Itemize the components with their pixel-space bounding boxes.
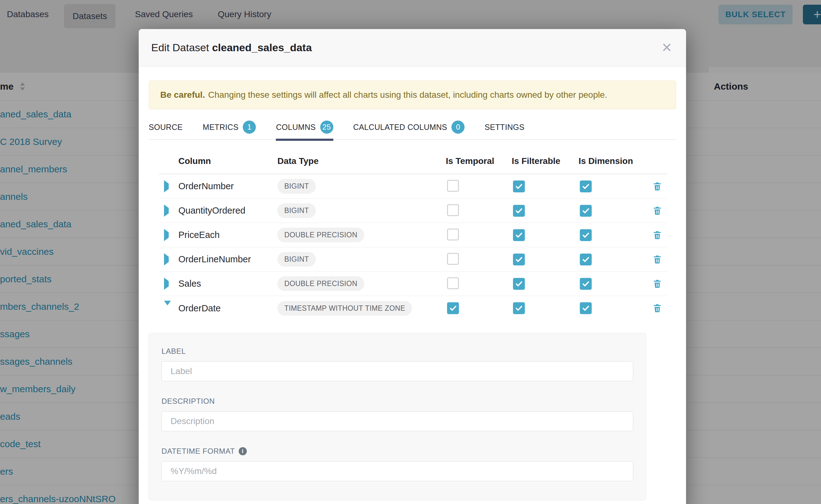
- tab-settings[interactable]: SETTINGS: [485, 115, 524, 140]
- data-type-pill: TIMESTAMP WITHOUT TIME ZONE: [277, 301, 412, 316]
- tab-count-badge: 25: [320, 121, 333, 134]
- modal-title-prefix: Edit Dataset: [151, 42, 209, 53]
- trash-icon[interactable]: [652, 254, 663, 265]
- is-temporal-header: Is Temporal: [446, 156, 512, 166]
- is-filterable-checkbox[interactable]: [513, 205, 525, 217]
- tab-label: SETTINGS: [485, 123, 524, 132]
- is-filterable-checkbox[interactable]: [513, 180, 525, 192]
- trash-icon[interactable]: [652, 230, 663, 240]
- close-icon[interactable]: ✕: [661, 41, 672, 54]
- columns-table: Column Data Type Is Temporal Is Filterab…: [159, 140, 667, 320]
- is-dimension-checkbox[interactable]: [580, 302, 592, 314]
- label-input[interactable]: [161, 361, 633, 381]
- trash-icon[interactable]: [652, 279, 663, 289]
- column-row: OrderDateTIMESTAMP WITHOUT TIME ZONE: [159, 296, 667, 320]
- is-filterable-header: Is Filterable: [512, 156, 579, 166]
- datetime-format-input[interactable]: [161, 461, 633, 481]
- column-name: Sales: [178, 279, 277, 289]
- description-input[interactable]: [161, 411, 633, 431]
- column-row: QuantityOrderedBIGINT: [159, 199, 667, 223]
- is-temporal-checkbox[interactable]: [447, 302, 459, 314]
- column-name: PriceEach: [178, 230, 277, 240]
- columns-table-rows: OrderNumberBIGINTQuantityOrderedBIGINTPr…: [159, 174, 667, 320]
- is-filterable-checkbox[interactable]: [513, 278, 525, 290]
- data-type-pill: BIGINT: [277, 252, 316, 267]
- column-name: OrderLineNumber: [178, 254, 277, 264]
- is-dimension-checkbox[interactable]: [580, 254, 592, 265]
- tab-label: COLUMNS: [276, 123, 315, 132]
- is-temporal-checkbox[interactable]: [447, 204, 459, 216]
- caret-right-icon[interactable]: [164, 278, 169, 290]
- is-temporal-checkbox[interactable]: [447, 277, 459, 289]
- caret-down-icon[interactable]: [164, 301, 171, 311]
- modal-title-dataset-name: cleaned_sales_data: [212, 42, 312, 53]
- label-field-label: LABEL: [161, 347, 633, 356]
- column-header: Column: [178, 156, 277, 166]
- modal-header: Edit Dataset cleaned_sales_data ✕: [139, 29, 686, 67]
- is-dimension-checkbox[interactable]: [580, 229, 592, 241]
- data-type-pill: BIGINT: [277, 203, 316, 218]
- column-row: PriceEachDOUBLE PRECISION: [159, 223, 667, 247]
- datetime-format-label-text: DATETIME FORMAT: [161, 447, 235, 456]
- caret-right-icon[interactable]: [164, 205, 169, 217]
- is-temporal-checkbox[interactable]: [447, 180, 459, 192]
- label-field-label-text: LABEL: [161, 347, 186, 356]
- description-field-label-text: DESCRIPTION: [161, 397, 215, 406]
- trash-icon[interactable]: [652, 181, 663, 192]
- is-dimension-checkbox[interactable]: [580, 278, 592, 290]
- tab-columns[interactable]: COLUMNS25: [276, 115, 333, 140]
- column-row: OrderLineNumberBIGINT: [159, 247, 667, 272]
- is-dimension-checkbox[interactable]: [580, 205, 592, 217]
- tab-count-badge: 0: [452, 121, 465, 134]
- data-type-pill: BIGINT: [277, 179, 316, 194]
- warning-banner: Be careful. Changing these settings will…: [149, 81, 676, 109]
- data-type-pill: DOUBLE PRECISION: [277, 276, 364, 291]
- column-row: OrderNumberBIGINT: [159, 174, 667, 199]
- caret-right-icon[interactable]: [164, 180, 169, 192]
- modal-body: Be careful. Changing these settings will…: [139, 81, 686, 500]
- column-name: OrderNumber: [178, 181, 277, 191]
- description-field-label: DESCRIPTION: [161, 397, 633, 406]
- edit-dataset-modal: Edit Dataset cleaned_sales_data ✕ Be car…: [139, 29, 686, 504]
- tab-metrics[interactable]: METRICS1: [203, 115, 256, 140]
- tab-count-badge: 1: [243, 121, 256, 134]
- tab-source[interactable]: SOURCE: [149, 115, 183, 140]
- column-row: SalesDOUBLE PRECISION: [159, 272, 667, 296]
- trash-icon[interactable]: [652, 205, 663, 216]
- columns-table-header: Column Data Type Is Temporal Is Filterab…: [159, 140, 667, 174]
- caret-right-icon[interactable]: [164, 253, 169, 265]
- data-type-header: Data Type: [277, 156, 446, 166]
- is-filterable-checkbox[interactable]: [513, 254, 525, 265]
- column-edit-panel: LABEL DESCRIPTION DATETIME FORMAT i: [149, 333, 646, 500]
- warning-banner-bold: Be careful.: [160, 90, 205, 100]
- column-name: OrderDate: [178, 303, 277, 314]
- info-icon[interactable]: i: [239, 447, 247, 455]
- datetime-format-field-label: DATETIME FORMAT i: [161, 447, 633, 456]
- warning-banner-text: Changing these settings will affect all …: [208, 90, 607, 100]
- column-name: QuantityOrdered: [178, 205, 277, 216]
- tab-label: SOURCE: [149, 123, 183, 132]
- caret-right-icon[interactable]: [164, 229, 169, 241]
- is-filterable-checkbox[interactable]: [513, 229, 525, 241]
- is-filterable-checkbox[interactable]: [513, 302, 525, 314]
- is-temporal-checkbox[interactable]: [447, 229, 459, 240]
- modal-tabs: SOURCEMETRICS1COLUMNS25CALCULATED COLUMN…: [149, 115, 676, 140]
- tab-calculated-columns[interactable]: CALCULATED COLUMNS0: [353, 115, 465, 140]
- is-dimension-checkbox[interactable]: [580, 180, 592, 192]
- modal-title: Edit Dataset cleaned_sales_data: [151, 42, 312, 54]
- is-dimension-header: Is Dimension: [579, 156, 647, 166]
- is-temporal-checkbox[interactable]: [447, 253, 459, 265]
- tab-label: CALCULATED COLUMNS: [353, 123, 448, 132]
- data-type-pill: DOUBLE PRECISION: [277, 228, 364, 242]
- trash-icon[interactable]: [652, 303, 663, 314]
- tab-label: METRICS: [203, 123, 239, 132]
